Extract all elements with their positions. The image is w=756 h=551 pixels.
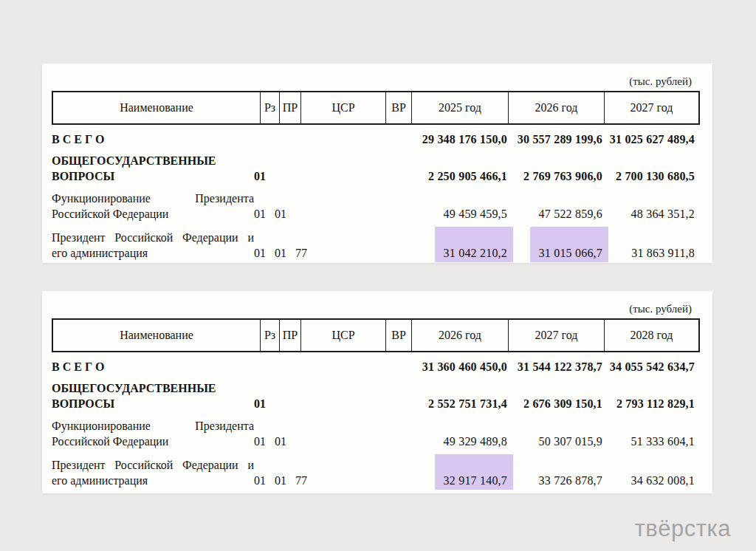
- verstka-watermark: твёрстка: [635, 516, 731, 542]
- value-2025: 49 459 459,5: [444, 208, 507, 220]
- header-vr: ВР: [385, 320, 411, 351]
- rz-code: 01: [254, 473, 275, 488]
- row-label-line1: Функционирование Президента: [52, 418, 254, 434]
- row-label-line2: его администрация: [52, 245, 254, 261]
- value-2025-highlighted: 31 042 210,2: [444, 245, 507, 261]
- row-label-line1: Функционирование Президента: [52, 191, 254, 206]
- value-2026: 47 522 859,6: [539, 208, 602, 220]
- header-year-2: 2027 год: [508, 320, 604, 351]
- pr-code: 01: [275, 206, 295, 222]
- header-pr: ПР: [279, 320, 300, 351]
- value-2026: 31 360 460 450,0: [422, 360, 507, 373]
- value-2026: 2 769 763 906,0: [523, 170, 602, 182]
- header-rz: Рз: [260, 320, 279, 351]
- row-label-line2: ВОПРОСЫ: [52, 396, 254, 411]
- row-label: В С Е Г О: [52, 359, 254, 374]
- header-vr: ВР: [385, 92, 411, 123]
- header-csr: ЦСР: [300, 92, 385, 123]
- value-2026: 49 329 489,8: [444, 435, 507, 448]
- rz-code: 01: [254, 168, 275, 184]
- value-2028: 51 333 604,1: [631, 435, 695, 448]
- table-row-president-functioning: Функционирование Президента Российской Ф…: [52, 418, 695, 449]
- table-row-president-administration: Президент Российской Федерации и его адм…: [52, 230, 695, 261]
- budget-table-card-2026-2028: (тыс. рублей) Наименование Рз ПР ЦСР ВР …: [42, 291, 712, 493]
- value-2027: 33 726 878,7: [539, 474, 602, 487]
- table-row-total: В С Е Г О 29 348 176 150,0 30 557 289 19…: [52, 131, 695, 147]
- units-label: (тыс. рублей): [629, 75, 692, 88]
- value-2027: 31 025 627 489,4: [610, 133, 695, 146]
- screenshot-stage: (тыс. рублей) Наименование Рз ПР ЦСР ВР …: [0, 0, 756, 551]
- pr-code: 01: [275, 434, 295, 449]
- value-2027: 2 700 130 680,5: [616, 170, 695, 182]
- csr-code: 77: [295, 245, 325, 261]
- header-name: Наименование: [53, 320, 260, 351]
- value-2026-highlighted: 31 015 066,7: [539, 245, 602, 261]
- value-2027: 48 364 351,2: [631, 208, 695, 220]
- row-label-line2: Российской Федерации: [52, 434, 254, 449]
- header-pr: ПР: [279, 92, 300, 123]
- pr-code: 01: [275, 245, 295, 261]
- header-year-1: 2026 год: [411, 320, 508, 351]
- header-year-1: 2025 год: [411, 92, 508, 123]
- row-label-line1: Президент Российской Федерации и: [52, 230, 254, 245]
- value-2025: 2 250 905 466,1: [428, 170, 507, 182]
- row-label-line2: Российской Федерации: [52, 206, 254, 222]
- rz-code: 01: [254, 206, 275, 222]
- table-body: В С Е Г О 31 360 460 450,0 31 544 122 37…: [52, 352, 695, 488]
- row-label: В С Е Г О: [52, 131, 254, 147]
- row-label-line1: ОБЩЕГОСУДАРСТВЕННЫЕ: [52, 153, 254, 168]
- value-2025: 29 348 176 150,0: [422, 133, 507, 146]
- value-2026: 2 552 751 731,4: [428, 397, 507, 410]
- rz-code: 01: [254, 434, 275, 449]
- value-2027: 50 307 015,9: [539, 435, 602, 448]
- table-row-president-administration: Президент Российской Федерации и его адм…: [52, 457, 695, 488]
- row-label-line1: Президент Российской Федерации и: [52, 457, 254, 473]
- table-row-section-01: ОБЩЕГОСУДАРСТВЕННЫЕ ВОПРОСЫ 01 2 250 905…: [52, 153, 695, 184]
- table-header-row: Наименование Рз ПР ЦСР ВР 2026 год 2027 …: [52, 318, 700, 352]
- header-year-3: 2028 год: [604, 320, 698, 351]
- header-year-3: 2027 год: [604, 92, 698, 123]
- budget-table-card-2025-2027: (тыс. рублей) Наименование Рз ПР ЦСР ВР …: [42, 64, 712, 263]
- header-name: Наименование: [53, 92, 260, 123]
- pr-code: 01: [275, 473, 295, 488]
- units-label: (тыс. рублей): [629, 303, 692, 315]
- value-2027: 2 676 309 150,1: [523, 397, 602, 410]
- table-row-president-functioning: Функционирование Президента Российской Ф…: [52, 191, 695, 222]
- value-2027: 31 863 911,8: [631, 247, 695, 259]
- rz-code: 01: [254, 245, 275, 261]
- row-label-line2: ВОПРОСЫ: [52, 168, 254, 184]
- table-header-row: Наименование Рз ПР ЦСР ВР 2025 год 2026 …: [52, 91, 700, 125]
- row-label-line1: ОБЩЕГОСУДАРСТВЕННЫЕ: [52, 380, 254, 396]
- rz-code: 01: [254, 396, 275, 411]
- value-2028: 34 632 008,1: [631, 474, 695, 487]
- value-2028: 2 793 112 829,1: [616, 397, 695, 410]
- table-body: В С Е Г О 29 348 176 150,0 30 557 289 19…: [52, 125, 695, 261]
- value-2026: 30 557 289 199,6: [518, 133, 602, 146]
- header-year-2: 2026 год: [508, 92, 604, 123]
- value-2026-highlighted: 32 917 140,7: [444, 473, 507, 488]
- csr-code: 77: [295, 473, 325, 488]
- table-row-section-01: ОБЩЕГОСУДАРСТВЕННЫЕ ВОПРОСЫ 01 2 552 751…: [52, 380, 695, 411]
- row-label-line2: его администрация: [52, 473, 254, 488]
- value-2027: 31 544 122 378,7: [518, 360, 602, 373]
- value-2028: 34 055 542 634,7: [610, 360, 695, 373]
- header-csr: ЦСР: [300, 320, 385, 351]
- header-rz: Рз: [260, 92, 279, 123]
- table-row-total: В С Е Г О 31 360 460 450,0 31 544 122 37…: [52, 359, 695, 374]
